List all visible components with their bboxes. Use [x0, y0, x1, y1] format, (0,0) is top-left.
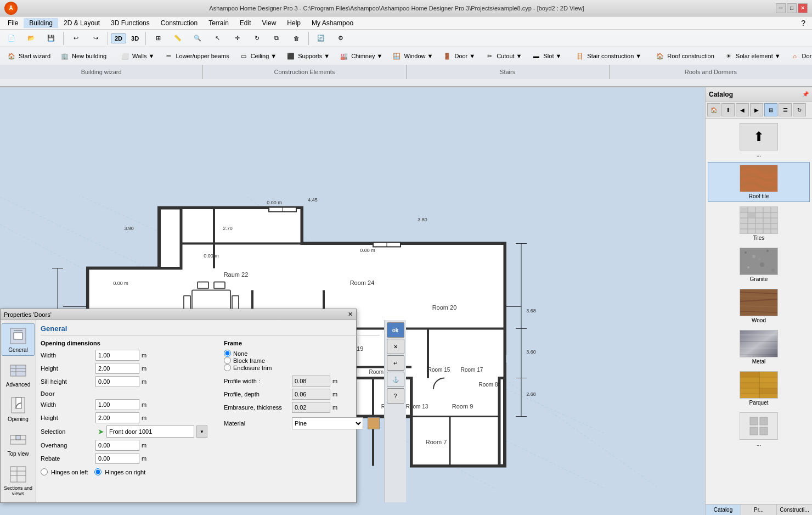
window-button[interactable]: 🪟 Window ▼ [387, 49, 437, 63]
settings-icon: ⚙ [335, 33, 346, 44]
menu-view[interactable]: View [257, 18, 282, 28]
walls-button[interactable]: ⬜ Walls ▼ [116, 49, 158, 63]
profile-depth-input[interactable] [292, 389, 330, 400]
frame-label: Frame [224, 340, 380, 346]
menu-construction[interactable]: Construction [155, 18, 203, 28]
frame-enclosure-radio[interactable] [224, 364, 231, 371]
ceiling-button[interactable]: ▭ Ceiling ▼ [234, 49, 281, 63]
catalog-item-metal[interactable]: Metal [708, 328, 810, 367]
supports-button[interactable]: ⬛ Supports ▼ [281, 49, 334, 63]
tb-settings[interactable]: ⚙ [331, 31, 350, 46]
cancel-button[interactable]: ✕ [387, 339, 404, 354]
menu-terrain[interactable]: Terrain [203, 18, 234, 28]
menu-building[interactable]: Building [24, 18, 58, 28]
material-select[interactable]: Pine [292, 417, 363, 429]
color-swatch[interactable] [368, 417, 380, 429]
frame-block-radio[interactable] [224, 357, 231, 364]
selection-dropdown-btn[interactable]: ▼ [196, 426, 207, 438]
catalog-item-roof-tile[interactable]: Roof tile [708, 162, 810, 202]
tb-save[interactable]: 💾 [42, 31, 60, 46]
ok-button[interactable]: ok [387, 322, 404, 338]
hinges-right-label[interactable]: Hinges on right [94, 468, 145, 475]
help-button[interactable]: ? [387, 388, 404, 404]
embrasure-input[interactable] [292, 402, 330, 413]
enter-button[interactable]: ↵ [387, 355, 404, 371]
door-height-input[interactable] [95, 412, 139, 423]
cat-btn-refresh2[interactable]: ↻ [793, 103, 806, 116]
cat-btn-back[interactable]: ◀ [736, 103, 749, 116]
anchor-button[interactable]: ⚓ [387, 372, 404, 387]
catalog-pin-icon[interactable]: 📌 [802, 91, 809, 97]
menu-2d-layout[interactable]: 2D & Layout [58, 18, 105, 28]
props-tab-advanced[interactable]: Advanced [2, 358, 35, 390]
props-close-btn[interactable]: ✕ [348, 311, 353, 318]
door-width-input[interactable] [95, 399, 139, 410]
props-tab-opening[interactable]: Opening [2, 393, 35, 425]
menu-file[interactable]: File [2, 18, 24, 28]
tb-move[interactable]: ✛ [228, 31, 246, 46]
canvas-area[interactable]: Room 2 Room 8 Room 15 Room 19 Room 20 Ra… [0, 87, 705, 515]
catalog-item-tiles[interactable]: Tiles [708, 204, 810, 243]
start-wizard-button[interactable]: 🏠 Start wizard [2, 49, 54, 63]
cat-btn-home[interactable]: 🏠 [707, 103, 720, 116]
tb-open[interactable]: 📂 [22, 31, 41, 46]
cutout-button[interactable]: ✂ Cutout ▼ [480, 49, 526, 63]
cat-btn-large-icons[interactable]: ⊞ [764, 103, 777, 116]
cat-btn-up[interactable]: ⬆ [721, 103, 735, 116]
cat-tab-properties[interactable]: Pr... [741, 505, 777, 515]
lower-upper-beams-button[interactable]: ═ Lower/upper beams [159, 49, 233, 63]
tb-redo[interactable]: ↪ [86, 31, 105, 46]
hinges-right-radio[interactable] [94, 468, 101, 475]
catalog-item-granite[interactable]: Granite [708, 245, 810, 284]
cat-tab-catalog[interactable]: Catalog [706, 505, 741, 515]
minimize-button[interactable]: ─ [776, 3, 786, 13]
chimney-button[interactable]: 🏭 Chimney ▼ [335, 49, 386, 63]
tb-2d[interactable]: 2D [111, 33, 126, 43]
tb-rotate[interactable]: ↻ [247, 31, 266, 46]
restore-button[interactable]: □ [787, 3, 797, 13]
tb-zoom[interactable]: 🔍 [188, 31, 207, 46]
tb-pointer[interactable]: ↖ [208, 31, 227, 46]
width-input[interactable] [95, 350, 139, 361]
tb-undo[interactable]: ↩ [66, 31, 85, 46]
catalog-item-more[interactable]: ... [708, 410, 810, 449]
stair-construction-button[interactable]: 🪜 Stair construction ▼ [571, 49, 645, 63]
menu-help-icon[interactable]: ? [797, 19, 810, 27]
tb-new[interactable]: 📄 [2, 31, 21, 46]
menu-3d-functions[interactable]: 3D Functions [105, 18, 155, 28]
sill-height-input[interactable] [95, 376, 139, 387]
cat-btn-forward[interactable]: ▶ [750, 103, 763, 116]
props-tab-top-view[interactable]: Top view [2, 427, 35, 460]
catalog-item-wood[interactable]: Wood [708, 287, 810, 326]
frame-none-radio[interactable] [224, 350, 231, 357]
selection-input[interactable] [106, 426, 194, 438]
menu-help[interactable]: Help [281, 18, 306, 28]
tb-3d[interactable]: 3D [127, 33, 143, 43]
menu-edit[interactable]: Edit [234, 18, 257, 28]
props-tab-general[interactable]: General [2, 323, 35, 356]
new-building-button[interactable]: 🏢 New building [55, 49, 110, 63]
catalog-nav-up[interactable]: ⬆ ... [708, 121, 810, 160]
hinges-left-radio[interactable] [41, 468, 48, 475]
tb-refresh[interactable]: 🔄 [312, 31, 330, 46]
solar-element-button[interactable]: ☀ Solar element ▼ [719, 49, 785, 63]
catalog-item-parquet[interactable]: Parquet [708, 369, 810, 408]
profile-width-input[interactable] [292, 376, 330, 387]
roof-construction-button[interactable]: 🏠 Roof construction [651, 49, 718, 63]
rebate-input[interactable] [95, 453, 139, 464]
cat-btn-small-icons[interactable]: ☰ [779, 103, 792, 116]
props-tab-sections[interactable]: Sections and views [2, 462, 35, 499]
tb-delete[interactable]: 🗑 [287, 31, 306, 46]
tb-copy[interactable]: ⧉ [267, 31, 286, 46]
tb-grid[interactable]: ⊞ [149, 31, 167, 46]
overhang-input[interactable] [95, 440, 139, 451]
hinges-left-label[interactable]: Hinges on left [41, 468, 88, 475]
dormer-button[interactable]: ⌂ Dormer ▼ [786, 49, 812, 63]
close-button[interactable]: ✕ [798, 3, 808, 13]
slot-button[interactable]: ▬ Slot ▼ [527, 49, 565, 63]
tb-measure[interactable]: 📏 [168, 31, 187, 46]
height-input[interactable] [95, 363, 139, 374]
menu-my-ashampoo[interactable]: My Ashampoo [306, 18, 359, 28]
cat-tab-construction[interactable]: Constructi... [777, 505, 812, 515]
door-button[interactable]: 🚪 Door ▼ [438, 49, 479, 63]
